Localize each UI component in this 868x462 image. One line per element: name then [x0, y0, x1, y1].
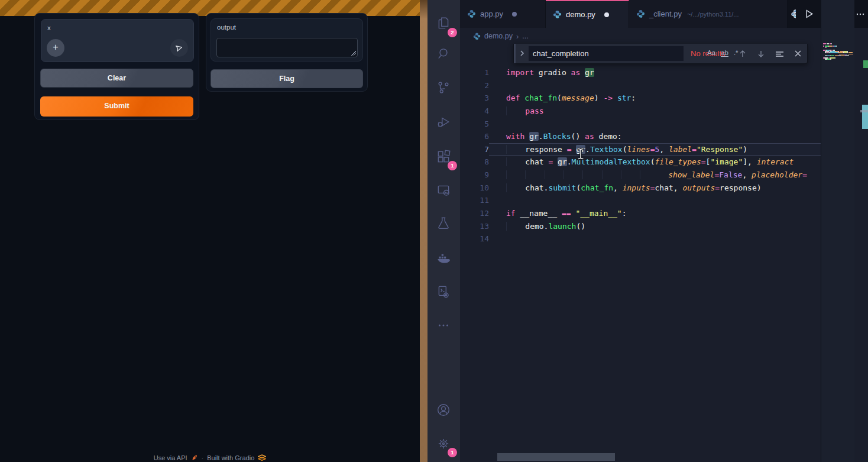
ellipsis-icon [436, 318, 451, 333]
vscode-window: 2 [427, 0, 868, 462]
settings-badge: 1 [448, 448, 457, 457]
built-with-gradio-link[interactable]: Built with Gradio [207, 454, 254, 461]
code-line[interactable]: import gradio as gr [489, 66, 821, 79]
tab-path: ~/.../python3.11/... [687, 11, 739, 18]
previous-match-button[interactable] [739, 50, 747, 58]
find-options: Aa ab .* [707, 49, 739, 57]
find-input[interactable] [529, 46, 684, 61]
sidebar-item-account[interactable] [432, 398, 455, 422]
code-line[interactable]: response = gr.Textbox(lines=5, label="Re… [489, 143, 821, 156]
minimap-line [845, 55, 849, 56]
testing-flask-icon [436, 216, 451, 231]
desktop-wallpaper-strip [420, 0, 427, 462]
sidebar-item-extensions[interactable]: 1 [432, 145, 455, 169]
code-line[interactable]: if __name__ == "__main__": [489, 207, 821, 220]
code-line[interactable]: pass [489, 105, 821, 118]
minimap-line [823, 57, 824, 59]
submit-button[interactable]: Submit [40, 96, 193, 117]
line-number: 4 [460, 105, 489, 118]
gradio-footer: Use via API · Built with Gradio [0, 454, 420, 461]
use-via-api-link[interactable]: Use via API [154, 454, 187, 461]
send-button[interactable] [170, 39, 188, 57]
tab-label: app.py [480, 9, 503, 18]
code-line[interactable]: demo.launch() [489, 220, 821, 233]
code-editor[interactable]: 1import gradio as gr23def chat_fn(messag… [460, 66, 821, 256]
line-number: 7 [460, 143, 489, 156]
whole-word-toggle[interactable]: ab [721, 49, 728, 57]
code-line[interactable]: show_label=False, placeholder= [489, 169, 821, 182]
cursor-mark [860, 110, 868, 112]
code-line[interactable]: with gr.Blocks() as demo: [489, 130, 821, 143]
minimap-line [833, 46, 834, 47]
minimap[interactable] [821, 0, 854, 462]
output-textarea[interactable] [216, 38, 358, 57]
run-file-button[interactable] [804, 9, 814, 19]
extensions-badge: 1 [448, 161, 457, 170]
code-line[interactable]: chat.submit(chat_fn, inputs=chat, output… [489, 182, 821, 195]
overview-ruler[interactable] [854, 0, 868, 462]
code-line[interactable]: chat = gr.MultimodalTextbox(file_types=[… [489, 156, 821, 169]
code-line[interactable] [489, 79, 821, 92]
minimap-line [825, 47, 827, 49]
clear-button[interactable]: Clear [40, 69, 193, 88]
sidebar-item-search[interactable] [432, 42, 455, 66]
modified-dot [512, 12, 517, 17]
minimap-line [830, 52, 838, 53]
explorer-badge: 2 [448, 28, 457, 37]
toggle-replace-button[interactable] [516, 49, 529, 59]
footer-separator: · [202, 454, 204, 461]
close-icon[interactable] [794, 50, 802, 57]
output-label: output [217, 24, 236, 31]
horizontal-scrollbar[interactable] [497, 453, 615, 461]
python-icon [467, 9, 476, 18]
python-icon [636, 9, 645, 18]
remote-explorer-icon [436, 183, 451, 198]
sidebar-item-more-views[interactable] [432, 314, 455, 337]
tab-client-py[interactable]: _client.py ~/.../python3.11/... [629, 0, 788, 28]
multimodal-textbox[interactable]: x + [41, 19, 194, 62]
line-number: 1 [460, 66, 489, 79]
flag-button[interactable]: Flag [210, 69, 363, 88]
sidebar-item-run-config[interactable] [432, 280, 455, 304]
breadcrumb: demo.py › ... [473, 30, 529, 43]
minimap-line [835, 57, 835, 59]
code-line[interactable]: def chat_fn(message) -> str: [489, 92, 821, 105]
line-number: 5 [460, 118, 489, 131]
line-number: 10 [460, 182, 489, 195]
minimap-line [827, 43, 830, 44]
find-nav [739, 50, 802, 58]
sidebar-item-run-debug[interactable] [432, 110, 455, 134]
attach-file-button[interactable]: + [47, 39, 64, 57]
sidebar-item-remote-explorer[interactable] [432, 179, 455, 202]
sidebar-item-testing[interactable] [432, 212, 455, 235]
breadcrumb-file[interactable]: demo.py [484, 32, 513, 40]
breadcrumb-symbol[interactable]: ... [522, 32, 528, 40]
highlight-mark [862, 105, 868, 129]
mouse-text-cursor [576, 147, 585, 160]
tab-demo-py[interactable]: demo.py [546, 0, 629, 28]
tab-app-py[interactable]: app.py [460, 0, 546, 28]
line-number: 8 [460, 156, 489, 169]
line-number: 2 [460, 79, 489, 92]
sidebar-item-source-control[interactable] [432, 76, 455, 99]
sidebar-item-explorer[interactable]: 2 [432, 12, 455, 35]
sidebar-item-docker[interactable] [432, 247, 455, 270]
output-column-panel: output Flag [206, 13, 368, 92]
line-number: 6 [460, 130, 489, 143]
code-line[interactable] [489, 118, 821, 131]
line-number: 13 [460, 220, 489, 233]
next-match-button[interactable] [757, 50, 765, 58]
selection-mark [863, 60, 868, 68]
minimap-line [838, 55, 841, 56]
chevron-right-icon: › [516, 32, 519, 41]
minimap-line [823, 46, 824, 47]
gradio-logo-icon [258, 454, 266, 461]
regex-toggle[interactable]: .* [734, 49, 739, 57]
find-in-selection-button[interactable] [775, 50, 784, 58]
match-case-toggle[interactable]: Aa [707, 49, 715, 57]
minimap-line [830, 43, 831, 44]
code-line[interactable] [489, 232, 821, 245]
code-line[interactable] [489, 194, 821, 207]
sidebar-item-settings[interactable]: 1 [432, 432, 455, 455]
find-widget: Aa ab .* No results [513, 44, 808, 64]
